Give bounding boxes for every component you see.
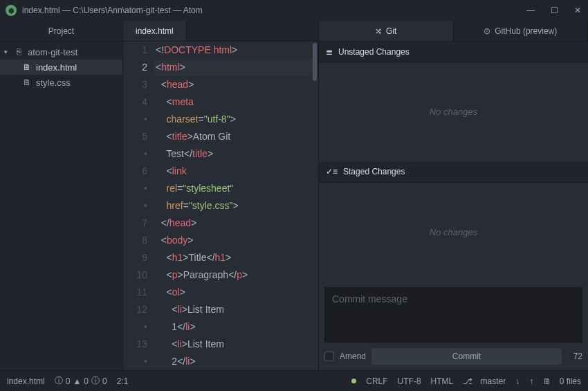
editor-tab[interactable]: index.html <box>123 21 187 41</box>
code-editor[interactable]: 1234 56 78 9101112 13 <!DOCTYPE html> <h… <box>123 42 318 370</box>
status-clean-indicator <box>351 379 356 383</box>
window-title: index.html — C:\Users\Ann\atom-git-test … <box>22 6 203 15</box>
commit-controls: Amend Commit 72 <box>319 348 588 370</box>
branch-icon: ⎇ <box>463 376 472 386</box>
status-encoding[interactable]: UTF-8 <box>398 376 421 386</box>
no-changes-text: No changes <box>430 227 477 237</box>
tree-root[interactable]: ▾ ⎘ atom-git-test <box>0 44 122 60</box>
editor-tab-bar: index.html <box>123 21 318 42</box>
arrow-down-icon: ↓ <box>515 376 520 386</box>
status-line-ending[interactable]: CRLF <box>366 376 387 386</box>
tree-file-index[interactable]: 🗎 index.html <box>0 60 122 75</box>
tab-github-label: GitHub (preview) <box>495 26 557 36</box>
files-count-label: 0 files <box>560 376 581 386</box>
tree-root-label: atom-git-test <box>28 47 77 57</box>
status-file[interactable]: index.html <box>7 376 45 386</box>
staged-body: No changes <box>319 183 588 282</box>
git-tab-bar: ⤭ Git ⊙ GitHub (preview) <box>319 21 588 42</box>
file-tree: ▾ ⎘ atom-git-test 🗎 index.html 🗎 style.c… <box>0 42 122 90</box>
checklist-icon: ✓≡ <box>326 167 338 176</box>
line-ending-label: CRLF <box>366 376 387 386</box>
scrollbar-vertical[interactable] <box>313 43 317 81</box>
commit-message-input[interactable]: Commit message <box>324 287 582 343</box>
status-changed-files[interactable]: 🗎 0 files <box>543 376 581 386</box>
list-icon: ≣ <box>326 47 333 57</box>
status-file-label: index.html <box>7 376 45 386</box>
minimize-button[interactable]: — <box>526 6 535 15</box>
maximize-button[interactable]: ☐ <box>549 6 559 15</box>
commit-button[interactable]: Commit <box>371 348 562 365</box>
editor-tab-label: index.html <box>136 26 174 36</box>
error-icon: ⓘ <box>55 375 63 387</box>
info-count: 0 <box>102 376 107 386</box>
code-content: <!DOCTYPE html> <html> <head> <meta char… <box>154 42 318 370</box>
no-changes-text: No changes <box>430 107 477 117</box>
tree-file-style[interactable]: 🗎 style.css <box>0 75 122 90</box>
commit-placeholder: Commit message <box>332 293 407 304</box>
file-icon: 🗎 <box>543 376 551 386</box>
gutter: 1234 56 78 9101112 13 <box>123 42 154 370</box>
chevron-down-icon: ▾ <box>4 48 12 55</box>
file-icon: 🗎 <box>21 62 33 72</box>
encoding-label: UTF-8 <box>398 376 421 386</box>
unstaged-body: No changes <box>319 62 588 162</box>
amend-label: Amend <box>340 352 366 361</box>
project-panel: Project ▾ ⎘ atom-git-test 🗎 index.html 🗎… <box>0 21 123 370</box>
file-icon: 🗎 <box>21 78 33 87</box>
status-branch[interactable]: ⎇ master <box>463 376 506 386</box>
status-bar: index.html ⓘ0 ▲0 ⓘ0 2:1 CRLF UTF-8 HTML … <box>0 370 588 391</box>
dot-green-icon <box>351 379 356 383</box>
error-count: 0 <box>66 376 71 386</box>
arrow-up-icon: ↑ <box>529 376 533 386</box>
char-count: 72 <box>567 352 582 361</box>
commit-button-label: Commit <box>452 352 481 361</box>
tab-git[interactable]: ⤭ Git <box>319 21 454 41</box>
git-panel: ⤭ Git ⊙ GitHub (preview) ≣ Unstaged Chan… <box>319 21 588 370</box>
status-diagnostics[interactable]: ⓘ0 ▲0 ⓘ0 <box>55 375 107 387</box>
status-grammar[interactable]: HTML <box>431 376 454 386</box>
close-button[interactable]: ✕ <box>573 6 582 15</box>
editor-panel: index.html 1234 56 78 9101112 13 <!DOCTY… <box>123 21 319 370</box>
tree-file-label: style.css <box>36 78 71 88</box>
staged-header-label: Staged Changes <box>343 167 405 176</box>
atom-app-icon: ⬢ <box>6 5 17 16</box>
status-push[interactable]: ↑ <box>529 376 533 386</box>
title-bar: ⬢ index.html — C:\Users\Ann\atom-git-tes… <box>0 0 588 21</box>
branch-label: master <box>481 376 506 386</box>
unstaged-header-label: Unstaged Changes <box>338 47 410 57</box>
github-icon: ⊙ <box>484 26 490 36</box>
warning-count: 0 <box>84 376 89 386</box>
tab-git-label: Git <box>386 26 396 36</box>
project-header: Project <box>0 21 122 42</box>
unstaged-header[interactable]: ≣ Unstaged Changes <box>319 42 588 62</box>
info-icon: ⓘ <box>91 375 100 387</box>
staged-header[interactable]: ✓≡ Staged Changes <box>319 162 588 183</box>
cursor-pos: 2:1 <box>117 376 129 386</box>
amend-checkbox[interactable] <box>324 352 334 361</box>
warning-icon: ▲ <box>73 376 81 386</box>
tab-github[interactable]: ⊙ GitHub (preview) <box>454 21 589 41</box>
status-cursor[interactable]: 2:1 <box>117 376 129 386</box>
tree-file-label: index.html <box>36 62 77 73</box>
repo-icon: ⎘ <box>12 47 25 57</box>
git-compare-icon: ⤭ <box>375 26 382 36</box>
grammar-label: HTML <box>431 376 454 386</box>
status-fetch[interactable]: ↓ <box>515 376 520 386</box>
